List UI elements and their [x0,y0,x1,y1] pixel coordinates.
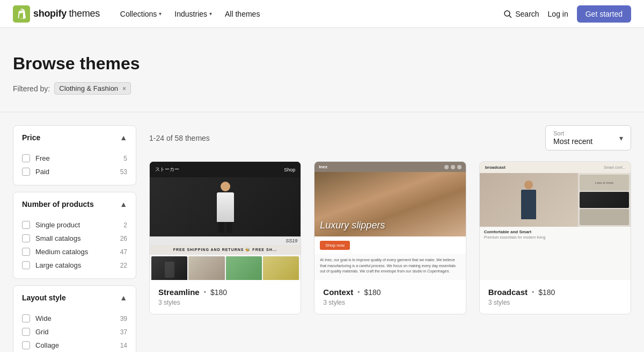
context-styles: 3 styles [323,299,457,306]
filter-item-large: Large catalogs 22 [22,258,127,272]
layout-filter-items: Wide 39 Grid 37 Collage 14 [13,310,136,352]
filter-tag-clothing[interactable]: Clothing & Fashion × [54,82,131,95]
collapse-layout-icon: ▲ [120,293,127,302]
filter-header-layout[interactable]: Layout style ▲ [13,286,136,310]
grid-checkbox[interactable] [22,328,30,336]
filter-section-layout: Layout style ▲ Wide 39 Grid 37 [13,285,136,352]
theme-grid: ストーカー Shop [149,161,631,314]
collapse-price-icon: ▲ [120,133,127,142]
logo[interactable]: shopify themes [13,5,100,23]
filter-section-price: Price ▲ Free 5 Paid 53 [13,125,136,185]
theme-card-context[interactable]: Inez Luxury slippers Shop now [314,161,466,314]
filter-item-medium: Medium catalogs 47 [22,245,127,258]
context-preview: Inez Luxury slippers Shop now [314,162,465,280]
nav-industries[interactable]: Industries ▾ [169,6,217,21]
context-name-link[interactable]: Context [323,288,353,297]
theme-card-broadcast[interactable]: broadcast Smart conf... Less is [479,161,631,314]
filter-section-products: Number of products ▲ Single product 2 Sm… [13,192,136,279]
price-filter-items: Free 5 Paid 53 [13,149,136,185]
logo-text: shopify themes [33,8,100,19]
filter-header-price[interactable]: Price ▲ [13,126,136,149]
content-header: 1-24 of 58 themes Sort Most recent ▾ [149,125,631,150]
svg-line-2 [509,16,511,18]
context-cta-button[interactable]: Shop now [320,241,350,250]
single-product-checkbox[interactable] [22,221,30,229]
filter-item-grid: Grid 37 [22,325,127,339]
shopify-logo-icon [13,5,30,23]
broadcast-preview: broadcast Smart conf... Less is [480,162,631,280]
hero-section: Browse themes Filtered by: Clothing & Fa… [0,28,644,112]
large-catalogs-checkbox[interactable] [22,261,30,269]
streamline-name-link[interactable]: Streamline [158,288,200,297]
nav-collections[interactable]: Collections ▾ [115,6,167,21]
page-title: Browse themes [13,54,631,74]
products-filter-items: Single product 2 Small catalogs 26 Mediu… [13,216,136,278]
filter-header-products[interactable]: Number of products ▲ [13,192,136,216]
filter-bar: Filtered by: Clothing & Fashion × [13,82,631,95]
wide-checkbox[interactable] [22,314,30,322]
broadcast-styles: 3 styles [488,299,622,306]
paid-checkbox[interactable] [22,168,30,176]
filter-item-wide: Wide 39 [22,312,127,325]
nav-all-themes[interactable]: All themes [219,6,265,21]
broadcast-info: Broadcast • $180 3 styles [480,280,631,314]
themes-content: 1-24 of 58 themes Sort Most recent ▾ ストー… [149,125,631,352]
collage-checkbox[interactable] [22,341,30,349]
streamline-info: Streamline • $180 3 styles [150,280,301,314]
free-checkbox[interactable] [22,154,30,162]
get-started-button[interactable]: Get started [577,5,631,23]
search-button[interactable]: Search [503,10,539,18]
filter-item-small: Small catalogs 26 [22,232,127,245]
filter-item-collage: Collage 14 [22,339,127,352]
sidebar: Price ▲ Free 5 Paid 53 [13,125,136,352]
theme-card-streamline[interactable]: ストーカー Shop [149,161,301,314]
navbar: shopify themes Collections ▾ Industries … [0,0,644,28]
results-count: 1-24 of 58 themes [149,134,210,142]
broadcast-name-link[interactable]: Broadcast [488,288,528,297]
chevron-down-icon: ▾ [159,11,162,17]
filter-label: Filtered by: [13,84,50,93]
filter-item-free: Free 5 [22,152,127,165]
small-catalogs-checkbox[interactable] [22,234,30,242]
streamline-preview: ストーカー Shop [150,162,301,280]
remove-filter-button[interactable]: × [122,85,126,92]
search-icon [503,10,512,18]
main-content: Price ▲ Free 5 Paid 53 [0,112,644,352]
nav-right: Search Log in Get started [503,5,631,23]
nav-links: Collections ▾ Industries ▾ All themes [115,6,503,21]
medium-catalogs-checkbox[interactable] [22,248,30,256]
svg-rect-0 [13,5,30,23]
sort-chevron-icon: ▾ [619,134,623,142]
collapse-products-icon: ▲ [120,200,127,209]
context-info: Context • $180 3 styles [314,280,465,314]
filter-item-paid: Paid 53 [22,165,127,178]
chevron-down-icon: ▾ [209,11,212,17]
login-link[interactable]: Log in [548,10,568,18]
sort-dropdown[interactable]: Sort Most recent ▾ [545,125,631,150]
streamline-styles: 3 styles [158,299,292,306]
filter-item-single: Single product 2 [22,218,127,232]
